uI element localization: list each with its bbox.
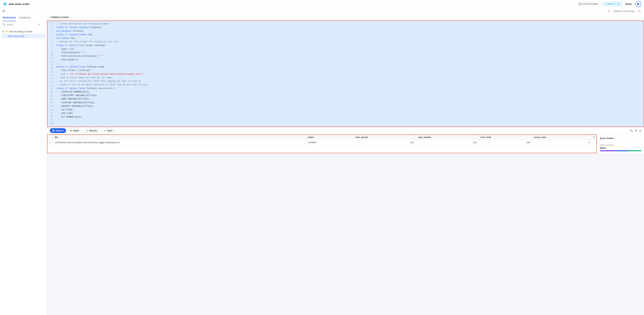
line-numbers: 12345 678910 1112131415 1617181920 21222… xyxy=(48,21,54,127)
sidebar-search-bar: 🔍 Search + ··· xyxy=(0,22,47,28)
account-badge: ACCOUNTADMIN xyxy=(577,2,600,6)
expand-icon[interactable]: ⊡ xyxy=(639,129,641,132)
sidebar-items: ▶ 📁 Benchmarking Tutorials 📄 data setup … xyxy=(0,28,47,40)
tab-databases[interactable]: Databases xyxy=(19,14,31,21)
svg-rect-7 xyxy=(54,131,54,132)
tab-editor-button[interactable]: Editor xyxy=(67,128,82,133)
tab-results-button[interactable]: Results xyxy=(83,128,100,133)
editor-icon xyxy=(70,130,72,132)
account-label: ACCOUNTADMIN xyxy=(582,3,598,5)
title-chevron[interactable]: ▾ xyxy=(30,3,30,5)
editor-content: 12345 678910 1112131415 1617181920 21222… xyxy=(48,21,644,127)
topbar: data setup script ▾ ACCOUNTADMIN + COMPU… xyxy=(0,0,644,8)
col-f[interactable]: f xyxy=(592,135,596,140)
cell-status: LOADED xyxy=(306,140,353,145)
col-error-limit[interactable]: error_limit xyxy=(478,135,532,140)
schema-label[interactable]: FORMULA1.RAW ▾ xyxy=(50,16,70,19)
annotation-3: 3 → xyxy=(608,10,612,12)
sidebar-tabs: Worksheets Databases xyxy=(0,14,47,22)
bottom-tab-group: Objects Editor Results Chart xyxy=(50,128,115,133)
compute-badge[interactable]: + COMPUTE_WH xyxy=(602,2,622,6)
share-button[interactable]: Share xyxy=(624,2,633,6)
duration-row: Query duration 568ms xyxy=(597,142,644,153)
content-area: FORMULA1.RAW ▾ 1 12345 678910 1112131415… xyxy=(47,14,644,315)
file-label: data setup script xyxy=(8,35,24,37)
folder-item-benchmarking[interactable]: ▶ 📁 Benchmarking Tutorials xyxy=(0,29,47,34)
cell-rows-parsed: 139 xyxy=(353,140,416,145)
tab-objects-label: Objects xyxy=(56,129,64,132)
cell-errors-seen: 0 xyxy=(532,140,592,145)
table-row: 1 s3://formula1-dbt-cloud-python-demo/fo… xyxy=(48,140,596,145)
page-title: data setup script ▾ xyxy=(9,3,30,6)
bottom-tab-actions: 🔍 ⬇ ⊡ xyxy=(630,129,641,132)
duration-value: 568ms xyxy=(600,147,641,149)
folder-label: Benchmarking Tutorials xyxy=(10,30,32,33)
cell-rownum: 1 xyxy=(48,140,53,145)
schema-chevron[interactable]: ▾ xyxy=(69,16,70,18)
svg-rect-5 xyxy=(54,130,54,131)
folder-icon: 📁 xyxy=(6,30,8,33)
search-label[interactable]: Search xyxy=(6,23,13,26)
schema-bar: FORMULA1.RAW ▾ xyxy=(47,14,644,21)
cell-error-limit: 139 xyxy=(478,140,532,145)
chart-icon xyxy=(104,130,106,132)
col-rows-parsed[interactable]: rows_parsed xyxy=(353,135,416,140)
search-results-icon[interactable]: 🔍 xyxy=(630,129,633,132)
add-button[interactable]: + xyxy=(38,23,40,26)
right-panel-more[interactable]: ··· xyxy=(639,136,641,140)
tab-editor-label: Editor xyxy=(73,129,80,132)
updated-chevron[interactable]: ▾ xyxy=(640,10,641,12)
cell-rows-loaded: 139 xyxy=(416,140,478,145)
compute-label: + COMPUTE_WH xyxy=(604,3,620,5)
col-status[interactable]: status xyxy=(306,135,353,140)
col-file[interactable]: file xyxy=(53,135,306,140)
col-rows-loaded[interactable]: rows_loaded xyxy=(416,135,478,140)
editor-section: 1 12345 678910 1112131415 1617181920 212… xyxy=(47,21,644,127)
code-content[interactable]: -- create and define our formula1 databa… xyxy=(54,21,644,127)
duration-label: Query duration xyxy=(600,144,641,146)
account-icon xyxy=(579,3,581,5)
topbar-left: data setup script ▾ xyxy=(3,2,30,7)
col-errors-seen[interactable]: errors_seen xyxy=(532,135,592,140)
progress-seg-1 xyxy=(600,150,616,151)
results-icon xyxy=(86,130,88,132)
schema-value: FORMULA1.RAW xyxy=(50,16,68,19)
code-editor[interactable]: 12345 678910 1112131415 1617181920 21222… xyxy=(47,21,644,127)
results-table-wrapper: file status rows_parsed rows_loaded erro… xyxy=(47,134,597,153)
tab-chart-label: Chart xyxy=(107,129,112,132)
search-left: 🔍 Search xyxy=(3,23,13,26)
table-header-row: file status rows_parsed rows_loaded erro… xyxy=(48,135,596,140)
cell-f xyxy=(592,140,596,145)
topbar-right: ACCOUNTADMIN + COMPUTE_WH Share xyxy=(577,1,641,7)
col-rownum xyxy=(48,135,53,140)
search-icon: 🔍 xyxy=(3,23,6,26)
search-actions: + ··· xyxy=(38,23,44,26)
tab-chart-button[interactable]: Chart xyxy=(101,128,115,133)
svg-rect-4 xyxy=(52,130,53,131)
results-table: file status rows_parsed rows_loaded erro… xyxy=(48,135,596,145)
bottom-tabs: Objects Editor Results Chart 🔍 ⬇ ⊡ xyxy=(47,127,644,134)
file-item-setup-script[interactable]: 📄 data setup script xyxy=(1,34,46,39)
cell-file: s3://formula1-dbt-cloud-python-demo/form… xyxy=(53,140,306,145)
annotation-2: ← 2 xyxy=(636,10,640,12)
progress-seg-3 xyxy=(629,150,641,151)
sidebar: Worksheets Databases 🔍 Search + ··· ▶ 📁 … xyxy=(0,14,47,315)
svg-rect-6 xyxy=(52,131,53,132)
tab-objects-button[interactable]: Objects xyxy=(50,128,66,133)
right-panel: Query Details ··· Query duration 568ms xyxy=(597,134,644,153)
run-icon xyxy=(638,3,640,6)
right-panel-title: Query Details xyxy=(600,137,614,139)
tab-results-label: Results xyxy=(89,129,97,132)
duration-bar xyxy=(600,150,641,151)
updated-text: Updated 8 seconds ago xyxy=(613,10,634,12)
download-icon[interactable]: ⬇ xyxy=(635,129,637,132)
file-icon: 📄 xyxy=(4,35,7,37)
chevron-icon: ▶ xyxy=(3,31,4,33)
filter-icon[interactable] xyxy=(3,10,6,13)
more-button[interactable]: ··· xyxy=(42,23,44,26)
tab-worksheets[interactable]: Worksheets xyxy=(3,14,16,21)
right-panel-header: Query Details ··· xyxy=(597,134,644,142)
main-layout: Worksheets Databases 🔍 Search + ··· ▶ 📁 … xyxy=(0,14,644,315)
svg-rect-1 xyxy=(579,3,581,5)
run-button[interactable] xyxy=(635,1,641,7)
